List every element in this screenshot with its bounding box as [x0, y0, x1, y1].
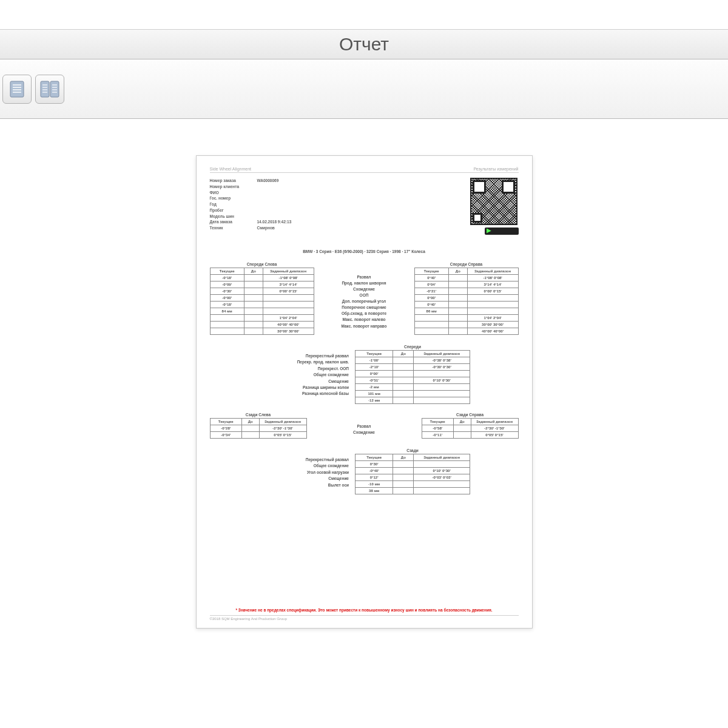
row-label: ООП [322, 292, 406, 298]
report-page: Side Wheel Alignment Результаты измерени… [196, 155, 533, 629]
label-plate: Гос. номер [210, 195, 251, 201]
table-front-left: ТекущееДоЗаданный диапазон-0°18'-1°08' 0… [210, 268, 314, 335]
row-label: Развал [322, 274, 406, 280]
qr-area [470, 178, 519, 235]
row-label: Перекр. прод. наклон шкв. [258, 359, 349, 365]
two-page-view-button[interactable] [35, 75, 64, 104]
table-rear-left: ТекущееДоЗаданный диапазон-0°28'-2°30' -… [210, 418, 307, 439]
row-label: Обр.схожд. в повороте [322, 311, 406, 317]
front-center-section: Перекрестный развалПерекр. прод. наклон … [210, 345, 519, 404]
page-header: Side Wheel Alignment Результаты измерени… [210, 167, 519, 173]
front-right-title: Спереди Справа [414, 262, 519, 266]
row-label: Схождение [322, 286, 406, 292]
row-label: Общее схождение [258, 463, 349, 469]
front-center-title: Спереди [355, 345, 470, 349]
row-label: Смещение [258, 379, 349, 385]
page-header-right: Результаты измерений [473, 167, 518, 171]
label-name: ФИО [210, 190, 251, 196]
label-tech: Техник [210, 225, 251, 231]
qr-code-icon [470, 178, 517, 225]
table-rear-right: ТекущееДоЗаданный диапазон-0°58'-2°30' -… [422, 418, 519, 439]
label-client-no: Номер клиента [210, 184, 251, 190]
row-label: Схождение [325, 430, 403, 436]
rear-center-section: Перекрестный развалОбщее схождениеУгол о… [210, 448, 519, 494]
row-label: Поперечное смещение [322, 305, 406, 311]
table-front-center: ТекущееДоЗаданный диапазон-1°00'-0°38' 0… [355, 350, 470, 404]
row-label: Перекрестный развал [258, 353, 349, 359]
front-left-title: Спереди Слева [210, 262, 314, 266]
value-tech: Смирнов [257, 225, 275, 231]
front-section: Спереди Слева ТекущееДоЗаданный диапазон… [210, 262, 519, 335]
row-label: Развал [325, 423, 403, 430]
table-rear-center: ТекущееДоЗаданный диапазон0°30'-0°40'0°1… [355, 454, 470, 494]
value-date: 14.02.2018 9:42:13 [257, 219, 292, 225]
svg-rect-5 [41, 81, 49, 97]
table-front-right: ТекущееДоЗаданный диапазон0°40'-1°08' 0°… [414, 268, 519, 335]
label-order-no: Номер заказа [210, 178, 251, 184]
row-label: Смещение [258, 476, 349, 482]
row-label: Угол осевой нагрузки [258, 470, 349, 476]
rear-left-title: Сзади Слева [210, 413, 307, 417]
svg-rect-0 [10, 81, 24, 97]
row-label: Общее схождение [258, 372, 349, 378]
vehicle-line: BMW · 3 Серия · E36 (6/90-2000) · 323ti … [210, 249, 519, 254]
toolbar [0, 59, 728, 119]
page-header-left: Side Wheel Alignment [210, 167, 251, 171]
rear-row-labels: РазвалСхождение [325, 413, 403, 436]
front-center-labels: Перекрестный развалПерекр. прод. наклон … [258, 345, 349, 404]
label-year: Год [210, 201, 251, 207]
single-page-view-button[interactable] [2, 75, 32, 104]
row-label: Разница ширины колеи [258, 385, 349, 391]
row-label: Макс. поворот направо [322, 323, 406, 329]
label-tire: Модель шин [210, 214, 251, 220]
label-date: Дата заказа [210, 219, 251, 225]
titlebar: Отчет [0, 29, 728, 59]
two-page-icon [39, 80, 60, 98]
preview-canvas: Side Wheel Alignment Результаты измерени… [0, 119, 728, 728]
qr-badge-icon [485, 228, 519, 235]
rear-right-title: Сзади Справа [422, 413, 519, 417]
svg-rect-6 [50, 81, 59, 97]
front-row-labels: РазвалПрод. наклон шкворняСхождениеООПДо… [322, 262, 406, 329]
page-footer: ©2018 SQM Engineering And Production Gro… [210, 615, 519, 621]
rear-center-title: Сзади [355, 448, 470, 453]
row-label: Перекрест. ООП [258, 366, 349, 372]
warning-text: * Значение не в пределах спецификации. Э… [210, 608, 519, 615]
label-mileage: Пробег [210, 207, 251, 214]
row-label: Перекрестный развал [258, 457, 349, 463]
row-label: Вылет оси [258, 482, 349, 488]
window-title: Отчет [339, 34, 389, 55]
row-label: Доп. поперечный угол [322, 298, 406, 305]
value-order-no: WA0000069 [257, 178, 279, 184]
rear-section: Сзади Слева ТекущееДоЗаданный диапазон-0… [210, 413, 519, 439]
info-block: Номер заказаWA0000069 Номер клиента ФИО … [210, 178, 519, 235]
rear-center-labels: Перекрестный развалОбщее схождениеУгол о… [258, 448, 349, 494]
row-label: Разница колесной базы [258, 391, 349, 397]
single-page-icon [9, 80, 25, 98]
row-label: Макс. поворот налево [322, 317, 406, 323]
row-label: Прод. наклон шкворня [322, 280, 406, 286]
